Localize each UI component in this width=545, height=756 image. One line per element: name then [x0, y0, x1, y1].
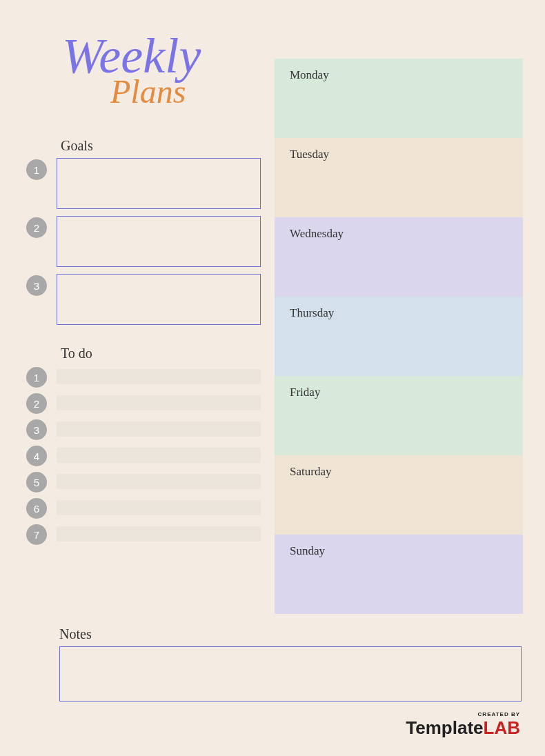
goal-input-3[interactable] — [57, 274, 261, 325]
todo-row: 1 — [26, 366, 261, 388]
notes-section: Notes — [59, 626, 522, 702]
todo-row: 7 — [26, 523, 261, 545]
footer-created-by: CREATED BY — [406, 712, 520, 717]
todo-label: To do — [61, 346, 261, 361]
goal-input-1[interactable] — [57, 158, 261, 209]
todo-number-badge: 4 — [26, 446, 47, 466]
todo-input-6[interactable] — [57, 500, 261, 515]
title-block: Weekly Plans — [62, 31, 241, 108]
todo-row: 2 — [26, 392, 261, 414]
todo-section: To do 1 2 3 4 5 6 — [26, 346, 261, 545]
day-tuesday[interactable]: Tuesday — [275, 138, 523, 217]
footer-brand: TemplateLAB — [406, 719, 520, 737]
todo-input-4[interactable] — [57, 448, 261, 463]
todo-input-2[interactable] — [57, 395, 261, 410]
notes-label: Notes — [59, 626, 522, 642]
day-label: Friday — [290, 386, 320, 399]
todo-input-1[interactable] — [57, 369, 261, 384]
goal-number-badge: 3 — [26, 275, 47, 296]
brand-part-2: LAB — [484, 717, 520, 738]
brand-part-1: Template — [406, 717, 483, 738]
day-label: Sunday — [290, 544, 325, 557]
day-sunday[interactable]: Sunday — [275, 535, 523, 614]
day-label: Wednesday — [290, 227, 344, 240]
notes-input[interactable] — [59, 646, 522, 702]
todo-number-badge: 6 — [26, 498, 47, 519]
days-column: Monday Tuesday Wednesday Thursday Friday… — [275, 59, 523, 614]
goal-input-2[interactable] — [57, 216, 261, 267]
todo-row: 5 — [26, 470, 261, 493]
todo-row: 4 — [26, 444, 261, 466]
goals-label: Goals — [61, 138, 261, 154]
day-monday[interactable]: Monday — [275, 59, 523, 138]
goal-row: 1 — [26, 158, 261, 209]
goal-number-badge: 1 — [26, 159, 47, 180]
day-label: Monday — [290, 68, 329, 81]
day-wednesday[interactable]: Wednesday — [275, 217, 523, 297]
day-label: Saturday — [290, 465, 331, 478]
day-label: Thursday — [290, 306, 334, 319]
day-thursday[interactable]: Thursday — [275, 297, 523, 376]
day-friday[interactable]: Friday — [275, 376, 523, 455]
title-line-2: Plans — [110, 75, 241, 108]
left-column: Goals 1 2 3 To do 1 2 3 — [26, 138, 261, 549]
todo-number-badge: 3 — [26, 419, 47, 440]
todo-input-5[interactable] — [57, 474, 261, 489]
day-saturday[interactable]: Saturday — [275, 455, 523, 535]
todo-input-3[interactable] — [57, 421, 261, 437]
todo-number-badge: 5 — [26, 472, 47, 493]
todo-input-7[interactable] — [57, 526, 261, 541]
weekly-planner-page: Weekly Plans Goals 1 2 3 To do 1 2 — [0, 0, 545, 756]
goal-number-badge: 2 — [26, 217, 47, 238]
goal-row: 2 — [26, 216, 261, 267]
todo-number-badge: 7 — [26, 524, 47, 545]
day-label: Tuesday — [290, 148, 329, 161]
footer-logo: CREATED BY TemplateLAB — [406, 712, 520, 737]
todo-number-badge: 2 — [26, 393, 47, 414]
todo-number-badge: 1 — [26, 367, 47, 388]
goal-row: 3 — [26, 274, 261, 325]
todo-row: 3 — [26, 418, 261, 440]
todo-row: 6 — [26, 497, 261, 519]
